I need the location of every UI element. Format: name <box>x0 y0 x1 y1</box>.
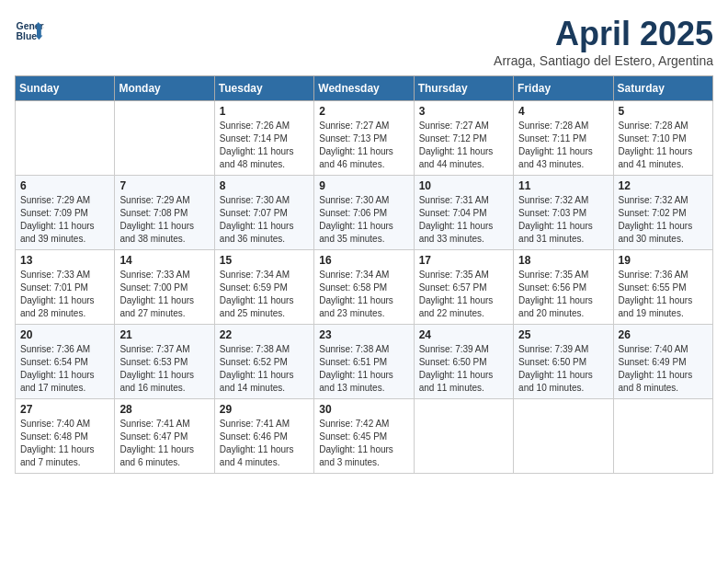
day-info: Sunrise: 7:33 AM Sunset: 7:01 PM Dayligh… <box>20 269 109 320</box>
day-info: Sunrise: 7:36 AM Sunset: 6:54 PM Dayligh… <box>20 343 109 395</box>
calendar-cell: 15Sunrise: 7:34 AM Sunset: 6:59 PM Dayli… <box>214 250 313 325</box>
day-number: 18 <box>518 254 608 267</box>
calendar-cell: 8Sunrise: 7:30 AM Sunset: 7:07 PM Daylig… <box>214 176 313 250</box>
svg-text:Blue: Blue <box>17 31 38 41</box>
day-of-week-header: Friday <box>514 76 613 101</box>
calendar-cell: 27Sunrise: 7:40 AM Sunset: 6:48 PM Dayli… <box>16 399 115 474</box>
calendar-cell: 17Sunrise: 7:35 AM Sunset: 6:57 PM Dayli… <box>414 250 513 325</box>
day-info: Sunrise: 7:35 AM Sunset: 6:57 PM Dayligh… <box>419 269 508 320</box>
calendar-week-row: 6Sunrise: 7:29 AM Sunset: 7:09 PM Daylig… <box>16 176 713 250</box>
calendar-cell: 5Sunrise: 7:28 AM Sunset: 7:10 PM Daylig… <box>613 101 712 176</box>
calendar-cell: 19Sunrise: 7:36 AM Sunset: 6:55 PM Dayli… <box>613 250 712 325</box>
day-number: 10 <box>419 179 508 192</box>
day-number: 15 <box>220 254 309 267</box>
day-info: Sunrise: 7:38 AM Sunset: 6:52 PM Dayligh… <box>220 343 309 395</box>
day-info: Sunrise: 7:33 AM Sunset: 7:00 PM Dayligh… <box>119 269 209 320</box>
day-of-week-header: Wednesday <box>314 76 414 101</box>
calendar-cell: 6Sunrise: 7:29 AM Sunset: 7:09 PM Daylig… <box>16 176 115 250</box>
day-number: 1 <box>220 105 309 118</box>
page-header: General Blue April 2025 Arraga, Santiago… <box>15 15 713 68</box>
day-info: Sunrise: 7:27 AM Sunset: 7:12 PM Dayligh… <box>419 120 508 171</box>
calendar-cell: 22Sunrise: 7:38 AM Sunset: 6:52 PM Dayli… <box>214 325 313 399</box>
calendar-cell: 18Sunrise: 7:35 AM Sunset: 6:56 PM Dayli… <box>514 250 613 325</box>
day-number: 3 <box>419 105 508 118</box>
day-number: 30 <box>319 403 408 416</box>
day-info: Sunrise: 7:40 AM Sunset: 6:49 PM Dayligh… <box>619 343 708 395</box>
calendar-cell: 4Sunrise: 7:28 AM Sunset: 7:11 PM Daylig… <box>514 101 613 176</box>
day-info: Sunrise: 7:38 AM Sunset: 6:51 PM Dayligh… <box>319 343 408 395</box>
calendar-cell: 2Sunrise: 7:27 AM Sunset: 7:13 PM Daylig… <box>314 101 414 176</box>
day-number: 26 <box>619 328 708 341</box>
day-number: 9 <box>319 179 408 192</box>
day-number: 19 <box>619 254 708 267</box>
calendar-cell: 25Sunrise: 7:39 AM Sunset: 6:50 PM Dayli… <box>514 325 613 399</box>
calendar-cell: 14Sunrise: 7:33 AM Sunset: 7:00 PM Dayli… <box>115 250 214 325</box>
day-info: Sunrise: 7:34 AM Sunset: 6:59 PM Dayligh… <box>220 269 309 320</box>
calendar-cell: 7Sunrise: 7:29 AM Sunset: 7:08 PM Daylig… <box>115 176 214 250</box>
day-of-week-header: Monday <box>115 76 214 101</box>
day-number: 12 <box>619 179 708 192</box>
calendar-cell <box>613 399 712 474</box>
day-number: 11 <box>518 179 608 192</box>
day-number: 25 <box>518 328 608 341</box>
day-info: Sunrise: 7:26 AM Sunset: 7:14 PM Dayligh… <box>220 120 309 171</box>
calendar-cell: 23Sunrise: 7:38 AM Sunset: 6:51 PM Dayli… <box>314 325 414 399</box>
day-info: Sunrise: 7:30 AM Sunset: 7:07 PM Dayligh… <box>220 194 309 246</box>
calendar-cell: 21Sunrise: 7:37 AM Sunset: 6:53 PM Dayli… <box>115 325 214 399</box>
day-number: 16 <box>319 254 408 267</box>
calendar-cell: 16Sunrise: 7:34 AM Sunset: 6:58 PM Dayli… <box>314 250 414 325</box>
day-of-week-header: Thursday <box>414 76 513 101</box>
day-number: 22 <box>220 328 309 341</box>
day-info: Sunrise: 7:30 AM Sunset: 7:06 PM Dayligh… <box>319 194 408 246</box>
calendar-cell: 29Sunrise: 7:41 AM Sunset: 6:46 PM Dayli… <box>214 399 313 474</box>
month-title: April 2025 <box>494 15 713 53</box>
day-number: 4 <box>518 105 608 118</box>
day-of-week-header: Sunday <box>16 76 115 101</box>
calendar-table: SundayMondayTuesdayWednesdayThursdayFrid… <box>15 75 713 474</box>
day-info: Sunrise: 7:39 AM Sunset: 6:50 PM Dayligh… <box>419 343 508 395</box>
day-number: 27 <box>20 403 109 416</box>
day-number: 14 <box>119 254 209 267</box>
day-number: 6 <box>20 179 109 192</box>
day-number: 21 <box>119 328 209 341</box>
title-block: April 2025 Arraga, Santiago del Estero, … <box>494 15 713 68</box>
calendar-cell: 28Sunrise: 7:41 AM Sunset: 6:47 PM Dayli… <box>115 399 214 474</box>
calendar-cell: 24Sunrise: 7:39 AM Sunset: 6:50 PM Dayli… <box>414 325 513 399</box>
location-title: Arraga, Santiago del Estero, Argentina <box>494 53 713 68</box>
day-info: Sunrise: 7:35 AM Sunset: 6:56 PM Dayligh… <box>518 269 608 320</box>
calendar-cell: 30Sunrise: 7:42 AM Sunset: 6:45 PM Dayli… <box>314 399 414 474</box>
day-info: Sunrise: 7:39 AM Sunset: 6:50 PM Dayligh… <box>518 343 608 395</box>
day-number: 20 <box>20 328 109 341</box>
day-number: 23 <box>319 328 408 341</box>
day-info: Sunrise: 7:42 AM Sunset: 6:45 PM Dayligh… <box>319 418 408 469</box>
calendar-cell: 13Sunrise: 7:33 AM Sunset: 7:01 PM Dayli… <box>16 250 115 325</box>
day-number: 7 <box>119 179 209 192</box>
calendar-cell: 9Sunrise: 7:30 AM Sunset: 7:06 PM Daylig… <box>314 176 414 250</box>
day-number: 17 <box>419 254 508 267</box>
calendar-cell: 11Sunrise: 7:32 AM Sunset: 7:03 PM Dayli… <box>514 176 613 250</box>
calendar-cell <box>115 101 214 176</box>
calendar-cell: 1Sunrise: 7:26 AM Sunset: 7:14 PM Daylig… <box>214 101 313 176</box>
day-number: 2 <box>319 105 408 118</box>
calendar-week-row: 20Sunrise: 7:36 AM Sunset: 6:54 PM Dayli… <box>16 325 713 399</box>
day-number: 13 <box>20 254 109 267</box>
day-info: Sunrise: 7:27 AM Sunset: 7:13 PM Dayligh… <box>319 120 408 171</box>
day-info: Sunrise: 7:34 AM Sunset: 6:58 PM Dayligh… <box>319 269 408 320</box>
day-info: Sunrise: 7:29 AM Sunset: 7:08 PM Dayligh… <box>119 194 209 246</box>
day-info: Sunrise: 7:32 AM Sunset: 7:02 PM Dayligh… <box>619 194 708 246</box>
calendar-cell: 3Sunrise: 7:27 AM Sunset: 7:12 PM Daylig… <box>414 101 513 176</box>
day-info: Sunrise: 7:32 AM Sunset: 7:03 PM Dayligh… <box>518 194 608 246</box>
calendar-cell: 20Sunrise: 7:36 AM Sunset: 6:54 PM Dayli… <box>16 325 115 399</box>
day-number: 28 <box>119 403 209 416</box>
calendar-cell: 12Sunrise: 7:32 AM Sunset: 7:02 PM Dayli… <box>613 176 712 250</box>
logo-icon: General Blue <box>15 15 44 44</box>
day-info: Sunrise: 7:31 AM Sunset: 7:04 PM Dayligh… <box>419 194 508 246</box>
day-info: Sunrise: 7:41 AM Sunset: 6:47 PM Dayligh… <box>119 418 209 469</box>
calendar-week-row: 13Sunrise: 7:33 AM Sunset: 7:01 PM Dayli… <box>16 250 713 325</box>
day-of-week-header: Saturday <box>613 76 712 101</box>
day-info: Sunrise: 7:37 AM Sunset: 6:53 PM Dayligh… <box>119 343 209 395</box>
day-info: Sunrise: 7:41 AM Sunset: 6:46 PM Dayligh… <box>220 418 309 469</box>
calendar-cell: 10Sunrise: 7:31 AM Sunset: 7:04 PM Dayli… <box>414 176 513 250</box>
day-info: Sunrise: 7:29 AM Sunset: 7:09 PM Dayligh… <box>20 194 109 246</box>
day-info: Sunrise: 7:40 AM Sunset: 6:48 PM Dayligh… <box>20 418 109 469</box>
